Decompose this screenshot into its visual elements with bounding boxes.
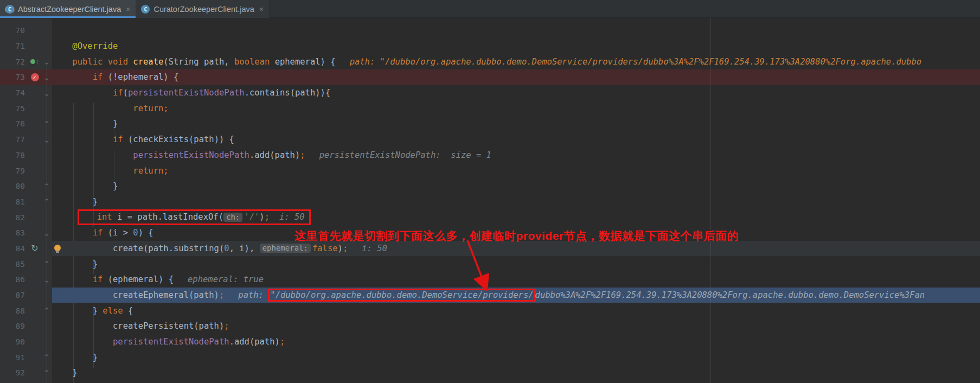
code-text[interactable]: return; — [52, 100, 980, 116]
code-line-76[interactable]: 76⌃ } — [0, 116, 980, 132]
line-number[interactable]: 71 — [0, 42, 28, 50]
line-number[interactable]: 89 — [0, 322, 28, 330]
gutter-line-81[interactable]: 81⌃ — [0, 194, 52, 210]
line-number[interactable]: 87 — [0, 291, 28, 299]
code-token — [52, 337, 113, 347]
line-number[interactable]: 83 — [0, 228, 28, 237]
gutter-line-82[interactable]: 82 — [0, 209, 52, 225]
gutter-line-73[interactable]: 73✓⌄ — [0, 69, 52, 85]
code-text[interactable]: if (ephemeral) {ephemeral: true — [52, 272, 980, 288]
code-line-81[interactable]: 81⌃ } — [0, 194, 980, 210]
line-number[interactable]: 81 — [0, 197, 28, 206]
line-number[interactable]: 72 — [0, 58, 28, 66]
code-text[interactable]: } — [52, 349, 980, 365]
line-number[interactable]: 75 — [0, 104, 28, 113]
code-line-71[interactable]: 71 @Override — [0, 39, 980, 54]
gutter-line-77[interactable]: 77⌄ — [0, 132, 52, 148]
gutter-line-71[interactable]: 71 — [0, 39, 52, 54]
code-text[interactable]: if(persistentExistNodePath.contains(path… — [52, 85, 980, 101]
tab-abstract-zookeeper-client[interactable]: C AbstractZookeeperClient.java × — [0, 0, 136, 18]
gutter-line-80[interactable]: 80⌃ — [0, 178, 52, 194]
code-text[interactable]: if (!ephemeral) { — [52, 69, 980, 85]
line-number[interactable]: 80 — [0, 182, 28, 190]
line-number[interactable]: 82 — [0, 213, 28, 222]
line-number[interactable]: 86 — [0, 275, 28, 284]
line-number[interactable]: 77 — [0, 135, 28, 144]
code-text[interactable]: if (checkExists(path)) { — [52, 132, 980, 148]
line-number[interactable]: 73 — [0, 73, 28, 81]
gutter-line-85[interactable]: 85⌃ — [0, 256, 52, 272]
code-text[interactable]: } — [52, 178, 980, 194]
line-number[interactable]: 78 — [0, 151, 28, 159]
line-number[interactable]: 92 — [0, 368, 28, 377]
gutter-line-91[interactable]: 91⌃ — [0, 349, 52, 365]
line-number[interactable]: 79 — [0, 167, 28, 175]
code-text[interactable]: public void create(String path, boolean … — [52, 54, 980, 69]
code-text[interactable]: persistentExistNodePath.add(path);persis… — [52, 148, 980, 163]
code-line-72[interactable]: 72↑⌄ public void create(String path, boo… — [0, 54, 980, 69]
gutter-line-86[interactable]: 86⌄ — [0, 272, 52, 288]
code-line-91[interactable]: 91⌃ } — [0, 349, 980, 365]
gutter-line-76[interactable]: 76⌃ — [0, 116, 52, 132]
gutter-line-83[interactable]: 83⌄ — [0, 225, 52, 241]
code-text[interactable]: return; — [52, 163, 980, 178]
code-text[interactable] — [52, 23, 980, 39]
line-number[interactable]: 85 — [0, 260, 28, 269]
code-token: .add(path) — [229, 337, 280, 347]
gutter-line-84[interactable]: 84↻ — [0, 241, 52, 257]
close-icon[interactable]: × — [126, 5, 130, 13]
code-token — [52, 166, 133, 176]
code-line-80[interactable]: 80⌃ } — [0, 178, 980, 194]
gutter-line-90[interactable]: 90 — [0, 334, 52, 350]
line-number[interactable]: 90 — [0, 337, 28, 346]
code-text[interactable]: } — [52, 365, 980, 381]
line-number[interactable]: 74 — [0, 88, 28, 97]
close-icon[interactable]: × — [259, 5, 264, 13]
code-text[interactable]: int i = path.lastIndexOf(ch:'/');i: 50 — [52, 209, 980, 225]
up-arrow-icon: ↑ — [36, 58, 40, 66]
line-number[interactable]: 76 — [0, 119, 28, 128]
code-text[interactable]: } — [52, 256, 980, 272]
gutter-line-72[interactable]: 72↑⌄ — [0, 54, 52, 69]
gutter-icon-slot — [28, 85, 41, 101]
gutter-line-74[interactable]: 74⌄ — [0, 85, 52, 101]
code-line-70[interactable]: 70 — [0, 23, 980, 39]
gutter-line-78[interactable]: 78 — [0, 148, 52, 163]
line-number[interactable]: 84 — [0, 244, 28, 253]
code-line-73[interactable]: 73✓⌄ if (!ephemeral) { — [0, 69, 980, 85]
gutter-line-87[interactable]: 87 — [0, 288, 52, 303]
code-editor[interactable]: 7071 @Override72↑⌄ public void create(St… — [0, 18, 980, 383]
code-text[interactable]: createPersistent(path); — [52, 318, 980, 334]
code-line-90[interactable]: 90 persistentExistNodePath.add(path); — [0, 334, 980, 350]
code-line-74[interactable]: 74⌄ if(persistentExistNodePath.contains(… — [0, 85, 980, 101]
code-line-82[interactable]: 82 int i = path.lastIndexOf(ch:'/');i: 5… — [0, 209, 980, 225]
recursive-call-icon[interactable]: ↻ — [28, 241, 41, 257]
gutter-line-92[interactable]: 92⌃ — [0, 365, 52, 381]
code-line-77[interactable]: 77⌄ if (checkExists(path)) { — [0, 132, 980, 148]
code-text[interactable]: } — [52, 116, 980, 132]
code-text[interactable]: } else { — [52, 303, 980, 318]
code-line-75[interactable]: 75 return; — [0, 100, 980, 116]
gutter-line-75[interactable]: 75 — [0, 100, 52, 116]
code-text[interactable]: persistentExistNodePath.add(path); — [52, 334, 980, 350]
code-text[interactable]: } — [52, 194, 980, 210]
line-number[interactable]: 70 — [0, 26, 28, 35]
line-number[interactable]: 88 — [0, 307, 28, 315]
gutter-line-89[interactable]: 89 — [0, 318, 52, 334]
breakpoint-icon[interactable]: ✓ — [28, 69, 41, 85]
code-token: 0 — [133, 228, 138, 238]
override-method-icon[interactable]: ↑ — [28, 54, 41, 69]
code-line-89[interactable]: 89 createPersistent(path); — [0, 318, 980, 334]
code-line-92[interactable]: 92⌃ } — [0, 365, 980, 381]
code-text[interactable]: createEphemeral(path);path: "/dubbo/org.… — [52, 288, 980, 303]
code-text[interactable]: @Override — [52, 39, 980, 54]
tab-curator-zookeeper-client[interactable]: C CuratorZookeeperClient.java × — [136, 0, 270, 18]
code-line-78[interactable]: 78 persistentExistNodePath.add(path);per… — [0, 148, 980, 163]
gutter-line-79[interactable]: 79 — [0, 163, 52, 178]
gutter-line-88[interactable]: 88⌃ — [0, 303, 52, 318]
gutter-line-70[interactable]: 70 — [0, 23, 52, 39]
code-line-88[interactable]: 88⌃ } else { — [0, 303, 980, 318]
line-number[interactable]: 91 — [0, 353, 28, 362]
code-line-79[interactable]: 79 return; — [0, 163, 980, 178]
intention-bulb-icon[interactable] — [54, 245, 61, 251]
